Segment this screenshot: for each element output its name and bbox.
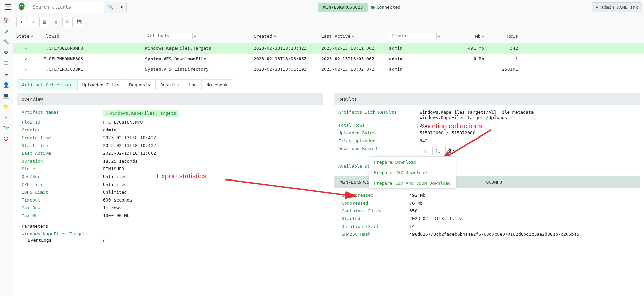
target-button[interactable]: ⊕: [28, 17, 38, 27]
creator-filter-input[interactable]: [389, 33, 437, 39]
col-flowid[interactable]: FlowId: [40, 31, 142, 41]
status-dot-icon: [371, 6, 375, 9]
iops-label: IOPS Limit: [22, 190, 103, 195]
wrench-icon[interactable]: 🔧: [3, 39, 9, 45]
target-icon[interactable]: ◎: [5, 28, 8, 34]
row-mb: 491 Mb: [454, 44, 487, 52]
maxmb-value: 1000.00 Mb: [103, 213, 319, 218]
lock-icon: 🔒: [422, 148, 428, 153]
timeout-label: Timeout: [22, 197, 103, 203]
velociraptor-logo-icon[interactable]: [17, 2, 26, 13]
row-mb: [454, 68, 487, 71]
artifacts-filter-input[interactable]: [145, 33, 193, 39]
duration-sec-label: Duration (Sec): [342, 224, 409, 229]
archive-dropdown-button[interactable]: 🗄▾ Prepare Download Prepare CSV Download…: [445, 146, 456, 155]
user-icon[interactable]: 👤: [3, 82, 9, 88]
row-mb: 0 Mb: [454, 55, 487, 63]
table-row[interactable]: ✓F.CFL7LROJ638KESystem.VFS.ListDirectory…: [13, 64, 644, 75]
client-name-badge[interactable]: WIN-E5K9RC5GU23: [318, 3, 367, 12]
col-artifacts[interactable]: ◆: [142, 30, 250, 41]
row-creator: admin: [386, 65, 454, 73]
uncompressed-label: Uncompressed: [342, 193, 409, 198]
overview-panel: Overview Artifact Names↗Windows.KapeFile…: [17, 90, 323, 292]
save-button[interactable]: 💾: [74, 17, 84, 27]
sha256-label: SHA256 Hash: [342, 232, 409, 237]
ops-label: Ops/Sec: [22, 174, 103, 179]
binoculars-icon[interactable]: 🔭: [3, 125, 9, 131]
book-icon[interactable]: ▬: [5, 71, 8, 77]
tab-log[interactable]: Log: [184, 79, 202, 90]
artifact-link[interactable]: ↗Windows.KapeFiles.Targets: [103, 110, 179, 117]
parameters-title: Parameters: [22, 224, 319, 229]
delete-button[interactable]: 🗑: [39, 17, 49, 27]
iops-value: Unlimited: [103, 190, 319, 195]
table-row[interactable]: ✓F.CFL7Q8IQNJMPUWindows.KapeFiles.Target…: [13, 43, 644, 54]
table-header: State◆ FlowId ◆ Created◆ Last Active◆ ◆ …: [13, 29, 644, 43]
flows-table: State◆ FlowId ◆ Created◆ Last Active◆ ◆ …: [13, 29, 644, 75]
tab-notebook[interactable]: Notebook: [201, 79, 233, 90]
prepare-csv-item[interactable]: Prepare CSV Download: [369, 167, 456, 178]
search-dropdown-button[interactable]: ▾: [117, 2, 126, 13]
col-last-active[interactable]: Last Active◆: [318, 31, 386, 41]
username: admin: [601, 5, 614, 10]
tab-uploaded-files[interactable]: Uploaded Files: [77, 79, 125, 90]
prepare-download-item[interactable]: Prepare Download: [369, 157, 456, 167]
state-label: State: [22, 166, 103, 171]
state-value: FINISHED: [103, 166, 319, 171]
add-button[interactable]: ＋: [16, 17, 26, 27]
results-header: Results: [334, 93, 640, 105]
tab-results[interactable]: Results: [155, 79, 184, 90]
row-flowid: F.CFL7LROJ638KE: [40, 65, 142, 73]
col-rows[interactable]: Rows: [487, 31, 521, 41]
prepare-csv-json-item[interactable]: Prepare CSV And JSON Download: [369, 178, 456, 188]
row-artifact: Windows.KapeFiles.Targets: [142, 44, 250, 52]
eye-icon[interactable]: 👁: [4, 49, 9, 56]
laptop-icon[interactable]: 💻: [3, 93, 9, 99]
ops-value: Unlimited: [103, 174, 319, 179]
duration-sec-value: 14: [409, 224, 632, 229]
folder-icon[interactable]: 📁: [3, 104, 9, 110]
caret-down-icon: ▾: [452, 149, 454, 152]
search-input[interactable]: [29, 2, 104, 13]
row-state: ✓: [13, 44, 40, 52]
compressed-value: 76 Mb: [409, 200, 632, 206]
start-time-label: Start Time: [22, 143, 103, 148]
svg-point-1: [22, 5, 23, 6]
col-state[interactable]: State◆: [13, 31, 40, 41]
col-created[interactable]: Created◆: [250, 31, 318, 41]
sha256-value: 498d626773cb2fadeb6b4a4e2f6763d7c0e07010…: [409, 232, 632, 237]
expand-icon: ⛶: [436, 148, 440, 153]
row-last-active: 2023-02-13T18:02:07Z: [318, 65, 386, 73]
user-menu[interactable]: ↪ admin ACME Inc: [592, 2, 642, 12]
flow-id-label: Flow ID: [22, 120, 103, 125]
param-artifact-name: Windows.KapeFiles.Targets: [22, 231, 319, 236]
row-last-active: 2023-02-13T18:11:00Z: [318, 44, 386, 52]
connection-indicator: Connected: [371, 5, 400, 10]
expand-button[interactable]: ⛶: [432, 146, 443, 155]
total-rows-value: 342: [420, 123, 635, 128]
home-icon[interactable]: 🏠: [3, 17, 9, 23]
org-name: ACME Inc: [617, 5, 638, 10]
server-icon[interactable]: ☰: [4, 60, 8, 66]
results-panel: Results Artifacts with ResultsWindows.Ka…: [334, 90, 640, 292]
artifact-names-label: Artifact Names: [22, 110, 103, 117]
hamburger-icon[interactable]: ☰: [2, 2, 14, 13]
logout-icon: ↪: [596, 5, 598, 10]
maxmb-label: Max Mb: [22, 213, 103, 218]
tab-artifact-collection[interactable]: Artifact Collection: [17, 79, 78, 90]
row-flowid: F.CFL7MM9NNP30S: [40, 55, 142, 63]
total-rows-label: Total Rows: [338, 123, 420, 128]
tab-requests[interactable]: Requests: [124, 79, 156, 90]
shield-icon[interactable]: 🛡: [4, 136, 9, 142]
detail-tabs: Artifact CollectionUploaded FilesRequest…: [13, 75, 644, 90]
copy-button[interactable]: ⧉: [62, 17, 73, 27]
row-artifact: System.VFS.ListDirectory: [142, 65, 250, 73]
col-creator[interactable]: ◆: [386, 30, 454, 41]
search-button[interactable]: 🔍: [104, 2, 117, 13]
lock-button: 🔒: [420, 146, 430, 155]
col-mb[interactable]: Mb◆: [454, 31, 487, 41]
artifacts-results-label: Artifacts with Results: [338, 110, 420, 120]
history-icon[interactable]: ↺: [5, 114, 8, 121]
table-row[interactable]: ✓F.CFL7MM9NNP30SSystem.VFS.DownloadFile2…: [13, 54, 644, 64]
top-bar: ☰ 🔍 ▾ WIN-E5K9RC5GU23 Connected ↪ admin …: [0, 0, 644, 15]
